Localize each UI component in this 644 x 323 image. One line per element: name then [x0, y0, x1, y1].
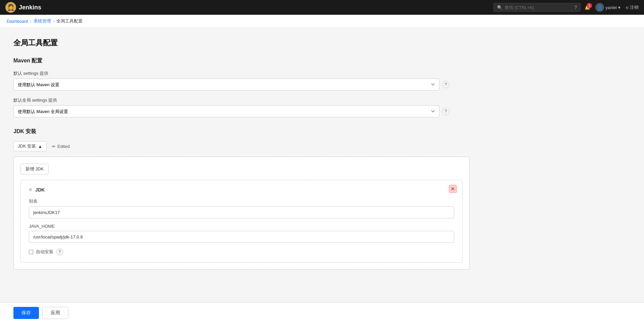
maven-section: Maven 配置 默认 settings 提供 使用默认 Maven 设置 ? …: [13, 57, 470, 117]
search-box[interactable]: 🔍 ?: [493, 3, 581, 12]
settings-select[interactable]: 使用默认 Maven 设置: [13, 78, 439, 91]
page-title: 全局工具配置: [13, 38, 470, 48]
global-settings-select[interactable]: 使用默认 Maven 全局设置: [13, 105, 439, 117]
user-menu[interactable]: 👤 yanlei ▾: [595, 3, 621, 12]
alias-label: 别名: [29, 198, 454, 204]
jdk-toggle-label: JDK 安装: [18, 143, 36, 149]
user-name: yanlei: [605, 5, 617, 10]
top-nav: 🤵 Jenkins 🔍 ? 🔔 1 👤 yanlei ▾ ⎋ 注销: [0, 0, 644, 15]
jdk-card-title: JDK: [35, 187, 45, 193]
jdk-section: JDK 安装 JDK 安装 ▲ ✏ Edited 新增 JDK ≡ JDK ✕: [13, 128, 470, 270]
java-home-label: JAVA_HOME: [29, 224, 454, 229]
edited-label: Edited: [57, 144, 70, 149]
jdk-card: ≡ JDK ✕ 别名 JAVA_HOME 自动安装 ?: [20, 180, 463, 263]
logo-icon: 🤵: [5, 2, 16, 13]
nav-actions: 🔔 1 👤 yanlei ▾ ⎋ 注销: [585, 3, 639, 12]
bell-button[interactable]: 🔔 1: [585, 5, 590, 10]
add-jdk-button[interactable]: 新增 JDK: [20, 164, 49, 174]
alias-group: 别名: [29, 198, 454, 218]
logo-text: Jenkins: [19, 4, 41, 11]
search-icon: 🔍: [497, 5, 502, 10]
main-content: 全局工具配置 Maven 配置 默认 settings 提供 使用默认 Mave…: [0, 28, 483, 311]
jdk-header: JDK 安装 ▲ ✏ Edited: [13, 141, 470, 151]
breadcrumb-system[interactable]: 系统管理: [34, 18, 51, 24]
auto-install-label: 自动安装: [36, 249, 53, 255]
logout-label: 注销: [630, 4, 639, 10]
auto-install-row: 自动安装 ?: [29, 248, 454, 256]
java-home-input[interactable]: [29, 231, 454, 243]
breadcrumb: Dashboard › 系统管理 › 全局工具配置: [0, 15, 644, 28]
help-icon[interactable]: ?: [574, 5, 577, 10]
logout-button[interactable]: ⎋ 注销: [626, 4, 639, 10]
edited-tag: ✏ Edited: [52, 144, 70, 149]
bottom-bar: 保存 应用: [0, 303, 644, 311]
jdk-toggle-button[interactable]: JDK 安装 ▲: [13, 141, 47, 151]
jdk-card-header: ≡ JDK: [29, 187, 454, 193]
chevron-down-icon: ▾: [618, 5, 621, 10]
logout-icon: ⎋: [626, 5, 629, 10]
global-settings-help-button[interactable]: ?: [442, 108, 449, 115]
breadcrumb-dashboard[interactable]: Dashboard: [7, 19, 28, 24]
jdk-section-title: JDK 安装: [13, 128, 470, 135]
pencil-icon: ✏: [52, 144, 56, 149]
settings-select-wrapper: 使用默认 Maven 设置 ?: [13, 78, 470, 91]
alias-input[interactable]: [29, 206, 454, 218]
close-icon: ✕: [451, 186, 455, 192]
search-input[interactable]: [504, 5, 572, 10]
default-settings-label: 默认 settings 提供: [13, 70, 470, 76]
jdk-close-button[interactable]: ✕: [449, 185, 457, 193]
avatar: 👤: [595, 3, 604, 12]
drag-handle-icon[interactable]: ≡: [29, 187, 32, 193]
chevron-up-icon: ▲: [38, 144, 42, 149]
breadcrumb-current: 全局工具配置: [56, 18, 83, 24]
bell-badge: 1: [587, 3, 592, 8]
auto-install-help-button[interactable]: ?: [56, 248, 63, 256]
auto-install-checkbox[interactable]: [29, 250, 33, 254]
global-settings-group: 默认全局 settings 提供 使用默认 Maven 全局设置 ?: [13, 97, 470, 117]
jdk-box: 新增 JDK ≡ JDK ✕ 别名 JAVA_HOME: [13, 157, 470, 270]
logo[interactable]: 🤵 Jenkins: [5, 2, 41, 13]
save-button[interactable]: 保存: [13, 307, 39, 311]
breadcrumb-sep-2: ›: [53, 19, 54, 24]
global-settings-label: 默认全局 settings 提供: [13, 97, 470, 103]
settings-help-button[interactable]: ?: [442, 81, 449, 88]
apply-button[interactable]: 应用: [42, 307, 68, 311]
maven-section-title: Maven 配置: [13, 57, 470, 64]
global-settings-select-wrapper: 使用默认 Maven 全局设置 ?: [13, 105, 470, 117]
java-home-group: JAVA_HOME: [29, 224, 454, 243]
breadcrumb-sep-1: ›: [30, 19, 32, 24]
default-settings-group: 默认 settings 提供 使用默认 Maven 设置 ?: [13, 70, 470, 91]
